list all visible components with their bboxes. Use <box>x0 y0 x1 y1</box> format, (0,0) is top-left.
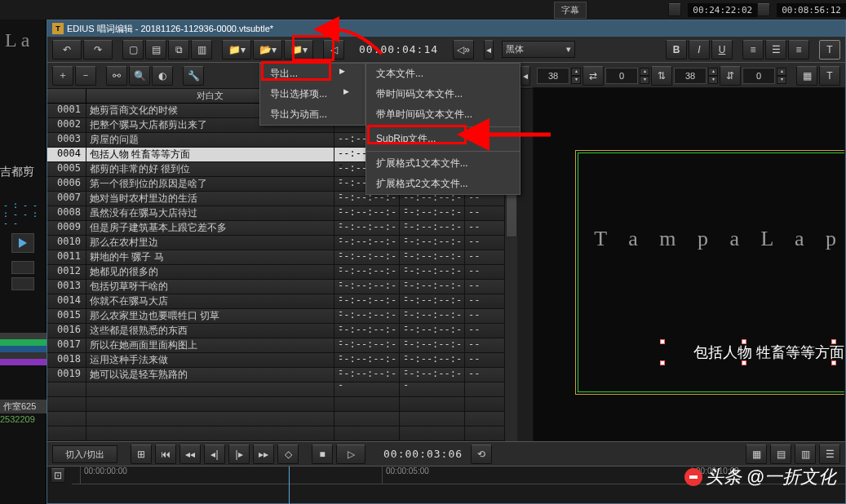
bb-icon-1[interactable]: ⊞ <box>131 444 152 464</box>
bb-play-icon[interactable]: ▷ <box>336 444 365 464</box>
table-row[interactable]: 0012 她都见的很多的 --:--:--:-- --:--:--:-- -- <box>47 265 504 280</box>
bb-next-icon[interactable]: ▸▸ <box>253 444 274 464</box>
search-icon[interactable]: 🔍 <box>129 66 150 86</box>
size-spinner[interactable]: ▴▾ <box>571 68 581 84</box>
left-label-2: 2532209 <box>0 414 47 424</box>
preview-subtitle-text[interactable]: 包括人物 牲畜等等方面 <box>693 343 844 362</box>
bb-list-icon[interactable]: ☰ <box>819 444 840 464</box>
align-right-icon[interactable]: ≡ <box>788 40 809 60</box>
table-row[interactable]: 0015 那么农家里边也要喂牲口 切草 --:--:--:-- --:--:--… <box>47 309 504 324</box>
bold-button[interactable]: B <box>666 40 687 60</box>
kerning-spinner[interactable]: ▴▾ <box>640 68 649 84</box>
bb-prev-icon[interactable]: ◂◂ <box>179 444 201 464</box>
left-ctrl-1[interactable] <box>11 261 34 274</box>
bb-step-back-icon[interactable]: ◂| <box>204 444 225 464</box>
timeline-playhead[interactable] <box>289 466 290 504</box>
undo-button[interactable]: ↶ <box>52 40 82 60</box>
redo-button[interactable]: ↷ <box>83 40 113 60</box>
font-size-input[interactable] <box>537 68 569 84</box>
menu-export[interactable]: 导出...▶ <box>260 64 365 84</box>
bb-grid2-icon[interactable]: ▤ <box>770 444 791 464</box>
table-row[interactable]: 0009 但是房子建筑基本上跟它差不多 --:--:--:-- --:--:--… <box>47 221 504 236</box>
title-t-icon: T <box>52 23 64 34</box>
bb-grid1-icon[interactable]: ▦ <box>746 444 767 464</box>
bb-prev-prev-icon[interactable]: ⏮ <box>155 444 176 464</box>
collapse-left-icon[interactable]: ◂ <box>484 40 494 60</box>
table-row[interactable]: 0013 包括切草呀干啥的 --:--:--:-- --:--:--:-- -- <box>47 280 504 294</box>
window-titlebar[interactable]: T EDIUS 唱词编辑 - 20181126-112936-0000.vtsu… <box>47 20 845 37</box>
speaker2-icon[interactable]: ◁» <box>453 40 474 60</box>
table-row[interactable]: 0011 耕地的牛 骡子 马 --:--:--:-- --:--:--:-- -… <box>47 250 504 265</box>
table-row[interactable]: 0014 你就不在骡马大店 --:--:--:-- --:--:--:-- -- <box>47 294 504 309</box>
table-row[interactable]: 0010 那么在农村里边 --:--:--:-- --:--:--:-- -- <box>47 236 504 250</box>
kerning-icon[interactable]: ⇄ <box>582 66 604 86</box>
collapse-left-2-icon[interactable]: ◂ <box>520 66 530 86</box>
kerning-input[interactable] <box>605 68 638 84</box>
text-vertical-icon[interactable]: T <box>819 66 840 86</box>
leading-spinner[interactable]: ▴▾ <box>708 68 718 84</box>
mask-icon[interactable]: ◐ <box>152 66 173 86</box>
bb-step-fwd-icon[interactable]: |▸ <box>228 444 250 464</box>
resize-handle[interactable] <box>660 360 665 365</box>
font-select[interactable]: 黑体▾ <box>502 41 575 58</box>
row-text: 那么农家里边也要喂牲口 切草 <box>86 309 334 323</box>
text-tool-icon[interactable]: T <box>819 40 840 60</box>
table-row[interactable]: 0018 运用这种手法来做 --:--:--:-- --:--:--:-- -- <box>47 353 504 368</box>
paste-button[interactable]: ▥ <box>191 40 212 60</box>
baseline-icon[interactable]: ⇵ <box>720 66 741 86</box>
table-row[interactable]: 0016 这些都是很熟悉的东西 --:--:--:-- --:--:--:-- … <box>47 324 504 338</box>
bb-grid3-icon[interactable]: ▥ <box>795 444 816 464</box>
resize-handle[interactable] <box>742 339 746 344</box>
bb-loop-icon[interactable]: ⟲ <box>471 444 492 464</box>
submenu-ext2[interactable]: 扩展格式2文本文件... <box>366 174 520 194</box>
resize-handle[interactable] <box>831 360 836 365</box>
left-play-button[interactable] <box>11 233 34 253</box>
submenu-txt[interactable]: 文本文件... <box>366 64 520 84</box>
underline-button[interactable]: U <box>711 40 733 60</box>
row-number: 0016 <box>47 324 86 338</box>
remove-button[interactable]: － <box>75 66 96 86</box>
cut-in-out-button[interactable]: 切入/切出 <box>52 445 117 463</box>
leading-input[interactable] <box>674 68 706 84</box>
italic-button[interactable]: I <box>689 40 710 60</box>
align-center-icon[interactable]: ☰ <box>765 40 786 60</box>
baseline-spinner[interactable]: ▴▾ <box>777 68 786 84</box>
submenu-timed-txt[interactable]: 带时间码文本文件... <box>366 84 520 104</box>
resize-handle[interactable] <box>831 339 836 344</box>
align-left-icon[interactable]: ≡ <box>742 40 764 60</box>
left-ctrl-2[interactable] <box>11 277 34 290</box>
bb-tc-icon[interactable]: ◇ <box>277 444 299 464</box>
row-in: --:--:--:-- <box>334 324 400 338</box>
resize-handle[interactable] <box>660 339 665 344</box>
table-row[interactable]: 0017 所以在她画面里面构图上 --:--:--:-- --:--:--:--… <box>47 338 504 353</box>
bottom-timecode[interactable]: 00:00:03:06 <box>379 448 467 460</box>
watermark: 头条 @一折文化 <box>684 465 836 489</box>
menu-export-anim[interactable]: 导出为动画... <box>260 104 365 125</box>
menu-export-options[interactable]: 导出选择项...▶ <box>260 84 365 104</box>
baseline-input[interactable] <box>742 68 775 84</box>
shadow-icon[interactable]: ▦ <box>796 66 817 86</box>
timeline-zoom-icon[interactable]: ⊡ <box>51 468 65 483</box>
tc-btn2[interactable] <box>757 3 770 16</box>
row-in: --:--:--:-- <box>334 338 400 352</box>
import-button[interactable]: 📁▾ <box>284 40 313 60</box>
left-timeline-colors <box>0 333 47 365</box>
table-row[interactable]: 0008 虽然没有在骡马大店待过 --:--:--:-- --:--:--:--… <box>47 206 504 221</box>
add-button[interactable]: ＋ <box>52 66 73 86</box>
subtitle-tab[interactable]: 字幕 <box>554 2 587 19</box>
leading-icon[interactable]: ⇅ <box>651 66 672 86</box>
export-button[interactable]: 📂▾ <box>253 40 282 60</box>
copy-button[interactable]: ⧉ <box>168 40 189 60</box>
link-icon[interactable]: ⚯ <box>106 66 127 86</box>
submenu-ext1[interactable]: 扩展格式1文本文件... <box>366 153 520 174</box>
open-button[interactable]: 📁▾ <box>222 40 251 60</box>
bb-stop-icon[interactable]: ■ <box>312 444 333 464</box>
new-button[interactable]: ▢ <box>122 40 144 60</box>
tc-btn1[interactable] <box>668 3 681 16</box>
wrench-icon[interactable]: 🔧 <box>183 66 204 86</box>
table-row[interactable]: 0019 她可以说是轻车熟路的 --:--:--:-- --:--:--:-- … <box>47 368 504 382</box>
row-number: 0001 <box>47 104 86 117</box>
row-number: 0003 <box>47 133 86 147</box>
save-button[interactable]: ▤ <box>145 40 166 60</box>
resize-handle[interactable] <box>742 360 746 365</box>
